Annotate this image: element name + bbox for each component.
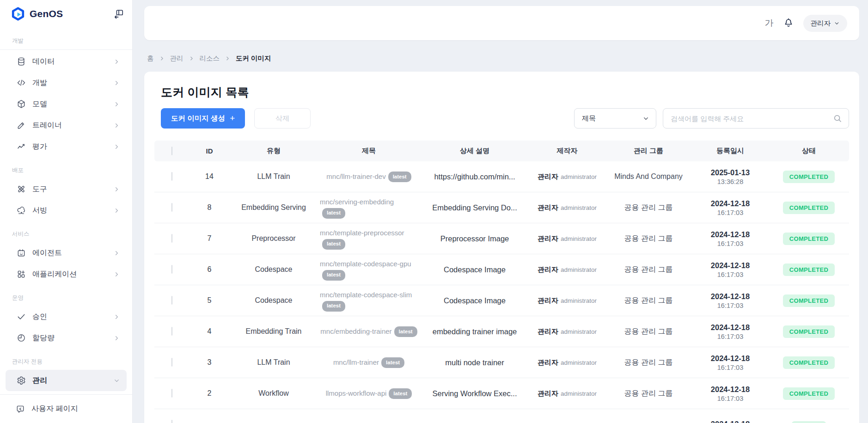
database-icon [17,57,26,66]
sidebar-item-application[interactable]: 애플리케이션 [6,264,127,285]
cell-status [769,420,849,423]
registered-time: 16:17:03 [692,240,769,247]
tools-icon [17,184,26,194]
chevron-down-icon [642,115,649,122]
creator-name: 관리자 [538,203,558,211]
column-header-title: 제목 [318,147,420,155]
status-badge: COMPLETED [783,171,835,183]
cell-type: Preprocessor [230,234,318,243]
cell-title: mnc/template-codespace-gpulatest [318,258,420,281]
cell-id: 5 [189,296,230,305]
sidebar-item-evaluation[interactable]: 평가 [6,136,127,157]
creator-username: administrator [561,266,597,273]
brand-logo[interactable]: GenOS [11,7,63,21]
row-checkbox[interactable] [171,203,172,212]
sidebar-item-label: 개발 [32,78,47,88]
chevron-right-icon [113,186,120,193]
table-row[interactable]: 5 Codespace mnc/template-codespace-sliml… [154,285,849,316]
cell-type: Embedding Serving [230,203,318,212]
cell-description: Codespace Image [420,296,529,305]
chevron-down-icon [834,20,840,26]
select-all-checkbox[interactable] [171,147,172,155]
nav-section-label: 운영 [6,294,127,302]
registered-date: 2024-12-18 [692,199,769,208]
cell-creator: 관리자administrator [529,265,605,274]
tag-badge: latest [388,172,411,182]
table-row[interactable]: 14 LLM Train mnc/llm-trainer-devlatest h… [154,161,849,192]
sidebar-item-user-page[interactable]: 사용자 페이지 [0,394,132,423]
cell-group: 공용 관리 그룹 [605,203,692,213]
table-header-row: ID 유형 제목 상세 설명 제작자 관리 그룹 등록일시 상태 [154,141,849,161]
row-checkbox[interactable] [171,265,172,274]
sidebar-item-model[interactable]: 모델 [6,93,127,115]
cell-registered: 2024-12-18 16:17:03 [692,230,769,247]
cell-title: mnc/embedding-trainerlatest [318,326,420,337]
tag-badge: latest [381,357,404,368]
creator-name: 관리자 [538,389,558,397]
create-docker-image-button[interactable]: 도커 이미지 생성 + [161,108,245,129]
sidebar-collapse-icon[interactable] [114,9,124,19]
sidebar-item-agent[interactable]: 에이전트 [6,242,127,264]
cube-icon [17,99,26,109]
table-row[interactable]: 6 Codespace mnc/template-codespace-gpula… [154,254,849,285]
search-field-select[interactable]: 제목 [574,108,656,129]
table-row[interactable]: 7 Preprocessor mnc/template-preprocessor… [154,223,849,254]
cell-title [318,421,420,423]
row-checkbox[interactable] [171,389,172,398]
user-menu-button[interactable]: 관리자 [803,15,848,32]
row-checkbox[interactable] [171,358,172,367]
nav-section-label: 배포 [6,166,127,174]
cell-status: COMPLETED [769,202,849,214]
cell-registered: 2024-12-18 16:17:03 [692,261,769,278]
sidebar-item-trainer[interactable]: 트레이너 [6,115,127,136]
row-checkbox[interactable] [171,327,172,336]
cell-registered: 2024-12-18 [692,420,769,423]
sidebar-item-quota[interactable]: 할당량 [6,327,127,349]
registered-date: 2024-12-18 [692,292,769,301]
registered-date: 2024-12-18 [692,354,769,363]
image-name: mnc/llm-trainer [333,358,379,366]
chevron-right-icon [113,313,120,320]
cell-creator: 관리자administrator [529,389,605,398]
breadcrumb: 홈 관리 리소스 도커 이미지 [147,53,271,64]
search-input[interactable] [671,115,833,123]
toolbar: 도커 이미지 생성 + 삭제 제목 [154,108,849,129]
breadcrumb-admin[interactable]: 관리 [170,54,183,63]
cell-type: Codespace [230,265,318,274]
chevron-right-icon [113,58,120,65]
table-row[interactable]: 2024-12-18 [154,409,849,423]
notification-bell-icon[interactable] [783,18,794,29]
table-row[interactable]: 3 LLM Train mnc/llm-trainerlatest multi … [154,347,849,378]
sidebar-item-label: 도구 [32,184,47,194]
tag-badge: latest [394,326,417,337]
search-icon[interactable] [833,114,842,123]
column-header-creator: 제작자 [529,147,605,155]
nav-section-label: 개발 [6,37,127,45]
sidebar-item-tools[interactable]: 도구 [6,178,127,200]
row-checkbox[interactable] [171,172,172,181]
sidebar-item-develop[interactable]: 개발 [6,72,127,93]
delete-button[interactable]: 삭제 [254,108,311,129]
user-menu-label: 관리자 [811,19,831,28]
column-header-type: 유형 [230,147,318,155]
sidebar-item-label: 관리 [32,376,47,386]
row-checkbox[interactable] [171,420,172,423]
sidebar-item-data[interactable]: 데이터 [6,51,127,72]
font-size-button[interactable]: 가 [765,17,774,29]
cell-creator: 관리자administrator [529,296,605,305]
sidebar-item-approval[interactable]: 승인 [6,306,127,327]
sidebar-item-admin[interactable]: 관리 [6,370,127,391]
table-row[interactable]: 2 Workflow llmops-workflow-apilatest Ser… [154,378,849,409]
cell-creator: 관리자administrator [529,203,605,212]
table-row[interactable]: 8 Embedding Serving mnc/serving-embeddin… [154,192,849,223]
row-checkbox[interactable] [171,296,172,305]
row-checkbox[interactable] [171,234,172,243]
cell-type: Embedding Train [230,327,318,336]
registered-time: 16:17:03 [692,395,769,402]
breadcrumb-home[interactable]: 홈 [147,54,154,63]
sidebar-item-serving[interactable]: 서빙 [6,200,127,221]
cell-title: mnc/llm-trainer-devlatest [318,171,420,182]
quota-pie-icon [17,333,26,343]
breadcrumb-resource[interactable]: 리소스 [200,54,220,63]
table-row[interactable]: 4 Embedding Train mnc/embedding-trainerl… [154,316,849,347]
